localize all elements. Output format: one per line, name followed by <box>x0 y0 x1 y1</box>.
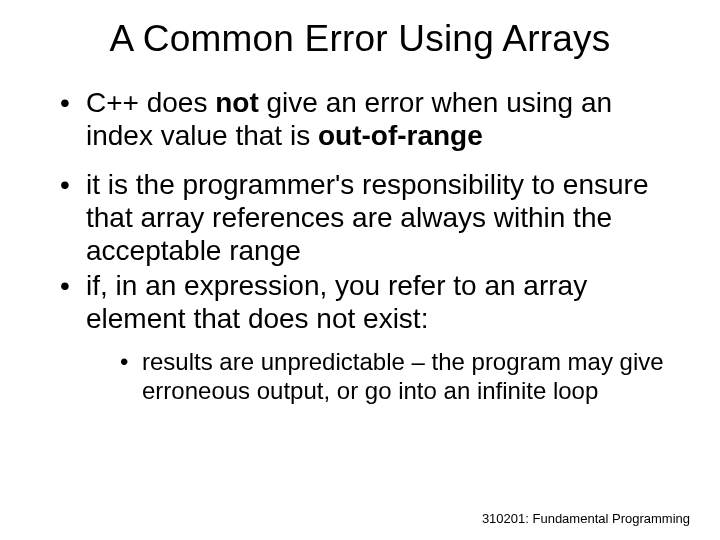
slide: A Common Error Using Arrays C++ does not… <box>0 0 720 540</box>
slide-title: A Common Error Using Arrays <box>40 18 680 60</box>
bullet-2-text: it is the programmer's responsibility to… <box>86 169 648 266</box>
bullet-1-emph-not: not <box>215 87 259 118</box>
bullet-3-text: if, in an expression, you refer to an ar… <box>86 270 587 334</box>
sub-bullet-1: results are unpredictable – the program … <box>120 347 670 406</box>
bullet-1-emph-oor: out-of-range <box>318 120 483 151</box>
sub-bullet-1-text: results are unpredictable – the program … <box>142 348 664 404</box>
bullet-2: it is the programmer's responsibility to… <box>60 168 670 267</box>
slide-footer: 310201: Fundamental Programming <box>482 511 690 526</box>
bullet-list: C++ does not give an error when using an… <box>40 86 680 406</box>
sub-bullet-list: results are unpredictable – the program … <box>86 347 670 406</box>
bullet-3: if, in an expression, you refer to an ar… <box>60 269 670 406</box>
bullet-1-text-pre: C++ does <box>86 87 215 118</box>
bullet-1: C++ does not give an error when using an… <box>60 86 670 152</box>
